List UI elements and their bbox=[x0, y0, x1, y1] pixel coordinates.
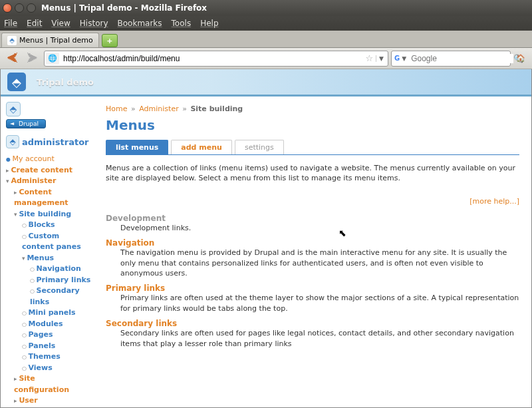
sidebar-item-blocks[interactable]: Blocks bbox=[22, 220, 92, 231]
google-logo-icon: G bbox=[394, 53, 400, 64]
browser-tabbar: ⬘ Menus | Tripal demo + bbox=[0, 31, 532, 48]
menu-help[interactable]: Help bbox=[200, 19, 218, 28]
drupal-button[interactable]: Drupal bbox=[6, 119, 46, 128]
menu-edit[interactable]: Edit bbox=[27, 19, 42, 28]
sidebar-item-secondary-links[interactable]: Secondary links bbox=[30, 286, 92, 307]
menu-tools[interactable]: Tools bbox=[172, 19, 192, 28]
sidebar-item-primary-links[interactable]: Primary links bbox=[30, 275, 92, 286]
site-banner: ⬘ Tripal demo bbox=[1, 69, 531, 97]
sidebar-item-pages[interactable]: Pages bbox=[22, 329, 92, 341]
url-dropdown-icon[interactable]: ▼ bbox=[376, 55, 386, 62]
tab-settings[interactable]: settings bbox=[235, 140, 284, 154]
window-close-button[interactable] bbox=[3, 3, 12, 13]
user-icon: ⬘ bbox=[6, 135, 19, 148]
breadcrumb-separator: » bbox=[182, 104, 187, 113]
menu-development-title[interactable]: Development bbox=[106, 214, 519, 223]
menu-history[interactable]: History bbox=[80, 19, 108, 28]
breadcrumb-separator: » bbox=[131, 104, 136, 113]
sidebar: ⬘ Drupal ⬘ administrator My account Crea… bbox=[1, 97, 96, 406]
browser-tab-label: Menus | Tripal demo bbox=[19, 36, 93, 45]
window-title: Menus | Tripal demo - Mozilla Firefox bbox=[41, 3, 207, 13]
sidebar-item-create-content[interactable]: Create content bbox=[6, 165, 92, 176]
menu-primary-title[interactable]: Primary links bbox=[106, 284, 519, 293]
menu-secondary-title[interactable]: Secondary links bbox=[106, 319, 519, 328]
new-tab-button[interactable]: + bbox=[102, 34, 118, 47]
menu-bookmarks[interactable]: Bookmarks bbox=[118, 19, 162, 28]
sidebar-item-navigation[interactable]: Navigation bbox=[30, 264, 92, 275]
back-arrow-icon: ⮜ bbox=[7, 51, 19, 65]
sidebar-logo-icon[interactable]: ⬘ bbox=[6, 102, 21, 116]
sidebar-user-heading: ⬘ administrator bbox=[6, 135, 92, 148]
tab-list-menus[interactable]: list menus bbox=[106, 140, 168, 154]
sidebar-item-my-account[interactable]: My account bbox=[6, 154, 92, 165]
menu-view[interactable]: View bbox=[51, 19, 70, 28]
search-input[interactable] bbox=[408, 54, 513, 63]
breadcrumb-administer[interactable]: Administer bbox=[139, 104, 178, 113]
app-menubar: File Edit View History Bookmarks Tools H… bbox=[0, 16, 532, 31]
sidebar-item-custom-panes[interactable]: Custom content panes bbox=[22, 231, 92, 253]
site-name[interactable]: Tripal demo bbox=[37, 77, 94, 87]
menu-navigation-title[interactable]: Navigation bbox=[106, 238, 519, 248]
breadcrumb-home[interactable]: Home bbox=[106, 104, 127, 113]
page-title: Menus bbox=[106, 117, 519, 133]
window-maximize-button[interactable] bbox=[27, 3, 36, 13]
menu-file[interactable]: File bbox=[4, 19, 17, 28]
home-button[interactable]: 🏠 bbox=[513, 51, 528, 66]
window-titlebar: Menus | Tripal demo - Mozilla Firefox bbox=[0, 0, 532, 16]
menu-development-desc: Development links. bbox=[120, 223, 519, 233]
back-button[interactable]: ⮜ bbox=[4, 51, 21, 67]
home-icon: 🏠 bbox=[516, 54, 525, 63]
breadcrumb: Home » Administer » Site building bbox=[106, 104, 519, 113]
sidebar-item-site-building[interactable]: Site building Blocks Custom content pane… bbox=[14, 209, 92, 374]
window-minimize-button[interactable] bbox=[15, 3, 24, 13]
sidebar-item-mini-panels[interactable]: Mini panels bbox=[22, 307, 92, 319]
menu-primary-desc: Primary links are often used at the them… bbox=[120, 293, 519, 313]
browser-navbar: ⮜ ⮞ 🌐 ☆ ▼ G ▼ 🔍 🏠 bbox=[0, 48, 532, 69]
forward-arrow-icon: ⮞ bbox=[27, 51, 39, 65]
menu-secondary-desc: Secondary links are often used for pages… bbox=[120, 328, 519, 349]
menu-navigation-desc: The navigation menu is provided by Drupa… bbox=[120, 248, 519, 278]
sidebar-item-views[interactable]: Views bbox=[22, 363, 92, 374]
site-identity-icon[interactable]: 🌐 bbox=[46, 53, 59, 65]
sidebar-item-administer[interactable]: Administer Content management Site build… bbox=[6, 176, 92, 408]
tab-add-menu[interactable]: add menu bbox=[171, 140, 232, 154]
url-bar[interactable]: 🌐 ☆ ▼ bbox=[44, 51, 388, 67]
sidebar-item-modules[interactable]: Modules bbox=[22, 319, 92, 330]
username[interactable]: administrator bbox=[22, 137, 88, 147]
more-help-anchor[interactable]: [more help...] bbox=[469, 197, 519, 206]
sidebar-item-user-management[interactable]: User management bbox=[14, 395, 92, 408]
sidebar-item-menus[interactable]: Menus Navigation Primary links Secondary… bbox=[22, 253, 92, 308]
intro-text: Menus are a collection of links (menu it… bbox=[106, 163, 519, 184]
sidebar-item-site-configuration[interactable]: Site configuration bbox=[14, 373, 92, 395]
forward-button[interactable]: ⮞ bbox=[24, 51, 41, 67]
search-bar[interactable]: G ▼ 🔍 bbox=[391, 51, 511, 67]
site-logo-icon[interactable]: ⬘ bbox=[7, 73, 26, 91]
search-engine-dropdown-icon[interactable]: ▼ bbox=[400, 55, 408, 62]
sidebar-item-panels[interactable]: Panels bbox=[22, 341, 92, 352]
bookmark-star-icon[interactable]: ☆ bbox=[362, 53, 376, 63]
sidebar-item-themes[interactable]: Themes bbox=[22, 351, 92, 363]
page-content: ⬘ Tripal demo ⬘ Drupal ⬘ administrator M… bbox=[0, 69, 532, 408]
breadcrumb-current: Site building bbox=[190, 104, 243, 113]
url-input[interactable] bbox=[61, 54, 362, 63]
sidebar-nav: My account Create content Administer Con… bbox=[6, 154, 92, 408]
main-content: Home » Administer » Site building Menus … bbox=[96, 97, 531, 406]
browser-tab[interactable]: ⬘ Menus | Tripal demo bbox=[1, 33, 99, 47]
page-tabs: list menus add menu settings bbox=[106, 140, 519, 155]
menu-list: Development Development links. Navigatio… bbox=[106, 214, 519, 349]
sidebar-item-content-management[interactable]: Content management bbox=[14, 187, 92, 209]
favicon-icon: ⬘ bbox=[7, 36, 17, 45]
more-help-link: [more help...] bbox=[106, 197, 519, 206]
